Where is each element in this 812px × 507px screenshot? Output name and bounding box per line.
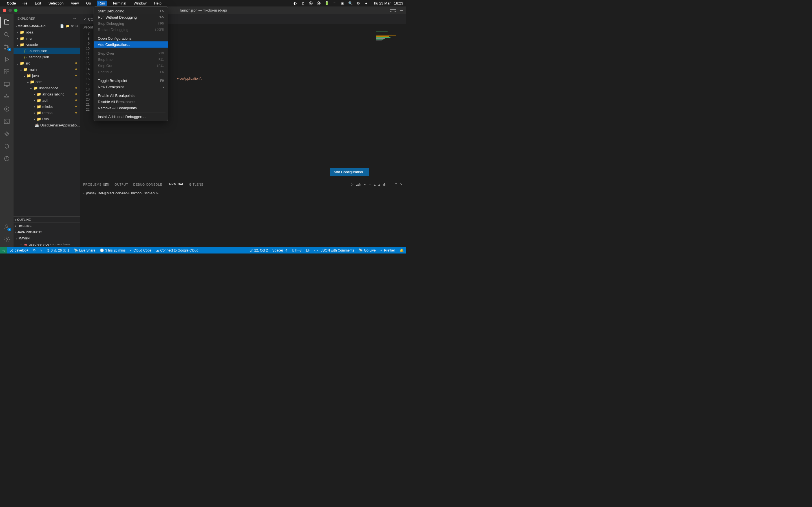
activity-terminal-icon[interactable] (0, 116, 13, 127)
refresh-icon[interactable]: ⟳ (71, 24, 74, 28)
menu-selection[interactable]: Selection (47, 1, 65, 6)
activity-run-debug[interactable] (0, 54, 13, 65)
menu-help[interactable]: Help (152, 1, 163, 6)
menu-go[interactable]: Go (84, 1, 93, 6)
panel-close-icon[interactable]: ✕ (400, 182, 403, 186)
siri-icon[interactable]: ● (364, 1, 368, 6)
window-maximize-button[interactable] (14, 9, 17, 12)
menu-item-open-configurations[interactable]: Open Configurations (94, 35, 168, 41)
panel-tab-terminal[interactable]: TERMINAL (167, 181, 184, 187)
status-sync[interactable]: ⟳ (31, 247, 38, 253)
tree-item-launch-json[interactable]: {}launch.json (13, 48, 80, 54)
menubar-date[interactable]: Thu 23 Mar (372, 1, 391, 5)
tree-item--vscode[interactable]: ⌄📁.vscode (13, 41, 80, 48)
panel-tab-problems[interactable]: PROBLEMS27 (83, 182, 109, 187)
panel-tab-output[interactable]: OUTPUT (114, 182, 128, 187)
new-folder-icon[interactable]: 📁 (66, 24, 70, 28)
activity-item-extra1[interactable] (0, 128, 13, 139)
tree-item-src[interactable]: ⌄📁src (13, 60, 80, 66)
menu-edit[interactable]: Edit (33, 1, 43, 6)
menu-run[interactable]: Run (97, 1, 107, 6)
status-language[interactable]: { } JSON with Comments (312, 247, 356, 253)
remote-indicator[interactable]: ⇋ (0, 247, 7, 253)
menu-item-install-additional-debuggers[interactable]: Install Additional Debuggers... (94, 114, 168, 120)
menu-window[interactable]: Window (132, 1, 148, 6)
section-maven[interactable]: ⌄ MAVEN (13, 235, 80, 241)
status-branch[interactable]: ⎇develop+ (7, 247, 31, 253)
terminal-shell-icon[interactable]: ▷ (351, 182, 353, 186)
window-close-button[interactable] (3, 9, 6, 12)
menubar-time[interactable]: 18:23 (394, 1, 403, 5)
status-connect-gcp[interactable]: ☁Connect to Google Cloud (154, 247, 201, 253)
activity-extensions[interactable] (0, 66, 13, 77)
status-encoding[interactable]: UTF-8 (290, 247, 304, 253)
panel-more-icon[interactable]: ⋯ (389, 182, 392, 186)
new-file-icon[interactable]: 📄 (60, 24, 64, 28)
tray-icon-2[interactable]: ⊘ (301, 1, 305, 6)
control-center-icon[interactable]: ⚙ (356, 1, 361, 6)
activity-search[interactable] (0, 29, 13, 40)
menu-view[interactable]: View (69, 1, 80, 6)
menu-terminal[interactable]: Terminal (111, 1, 128, 6)
panel-tab-gitlens[interactable]: GITLENS (189, 182, 204, 187)
tree-item-remita[interactable]: ›📁remita (13, 110, 80, 116)
menu-item-enable-all-breakpoints[interactable]: Enable All Breakpoints (94, 93, 168, 99)
more-icon[interactable]: ⋯ (400, 8, 403, 12)
activity-power[interactable] (0, 153, 13, 164)
tree-item-mkobo[interactable]: ›📁mkobo (13, 103, 80, 110)
window-minimize-button[interactable] (8, 9, 12, 12)
status-spaces[interactable]: Spaces: 4 (270, 247, 290, 253)
split-terminal-icon[interactable]: ⫍⫎ (374, 183, 380, 186)
battery-icon[interactable]: 🔋 (324, 1, 329, 6)
section-timeline[interactable]: › TIMELINE (13, 223, 80, 229)
section-outline[interactable]: › OUTLINE (13, 216, 80, 223)
maven-item[interactable]: › m ussd-service com:ussd-serv... (13, 241, 80, 247)
activity-remote-explorer[interactable] (0, 78, 13, 90)
tray-icon-4[interactable]: Ⓜ (317, 1, 321, 6)
tree-item-java[interactable]: ⌄📁java (13, 72, 80, 78)
activity-cloud-code[interactable] (0, 103, 13, 115)
menu-item-toggle-breakpoint[interactable]: Toggle BreakpointF9 (94, 77, 168, 83)
terminal-body[interactable]: ○ (base) user@MacBook-Pro-8 mkobo-ussd-a… (80, 189, 406, 247)
project-header[interactable]: ⌄ MKOBO-USSD-API 📄 📁 ⟳ ⊟ (13, 23, 80, 29)
add-configuration-button[interactable]: Add Configuration... (330, 168, 369, 176)
tree-item-ussdserviceapplicatio-[interactable]: ☕UssdServiceApplicatio... (13, 122, 80, 128)
tree-item--mvn[interactable]: ›📁.mvn (13, 35, 80, 41)
activity-item-extra2[interactable] (0, 140, 13, 152)
status-live-share[interactable]: 📡Live Share (71, 247, 98, 253)
terminal-shell-label[interactable]: zsh (356, 183, 361, 186)
tree-item-auth[interactable]: ›📁auth (13, 97, 80, 103)
sidebar-more-icon[interactable]: ⋯ (73, 17, 76, 20)
tray-icon-3[interactable]: Ⓐ (309, 1, 313, 6)
app-name[interactable]: Code (7, 1, 16, 5)
status-wakatime[interactable]: 🕐3 hrs 26 mins (98, 247, 128, 253)
status-eol[interactable]: LF (304, 247, 312, 253)
status-problems[interactable]: ⊘0 ⚠26 ⓘ1 (45, 247, 71, 253)
tree-item-africastalking[interactable]: ›📁africasTalking (13, 91, 80, 97)
menu-file[interactable]: File (20, 1, 29, 6)
tray-icon-1[interactable]: ◐ (293, 1, 297, 6)
status-cursor[interactable]: Ln 22, Col 2 (247, 247, 270, 253)
menu-item-run-without-debugging[interactable]: Run Without Debugging^F5 (94, 14, 168, 20)
status-prettier[interactable]: ✓Prettier (378, 247, 397, 253)
kill-terminal-icon[interactable]: 🗑 (383, 183, 386, 186)
terminal-dropdown-icon[interactable]: ⌄ (368, 182, 371, 186)
activity-scm[interactable]: 5 (0, 41, 13, 53)
tree-item-settings-json[interactable]: {}settings.json (13, 54, 80, 60)
collapse-icon[interactable]: ⊟ (75, 24, 78, 28)
spotlight-icon[interactable]: 🔍 (348, 1, 353, 6)
minimap[interactable] (375, 31, 406, 180)
status-graph-icon[interactable]: ⑂ (38, 247, 45, 253)
panel-tab-debug-console[interactable]: DEBUG CONSOLE (133, 182, 162, 187)
status-go-live[interactable]: 📡Go Live (356, 247, 378, 253)
tree-item--idea[interactable]: ›📁.idea (13, 29, 80, 35)
tree-item-main[interactable]: ⌄📁main (13, 66, 80, 72)
activity-explorer[interactable] (0, 17, 13, 28)
menu-item-add-configuration[interactable]: Add Configuration... (94, 41, 168, 48)
wifi-icon[interactable]: ⌃ (333, 1, 337, 6)
activity-docker[interactable] (0, 91, 13, 102)
menu-item-start-debugging[interactable]: Start DebuggingF5 (94, 8, 168, 14)
layout-toggle-icon[interactable]: ⫍⫎ (390, 8, 396, 12)
status-notifications[interactable]: 🔔 (397, 247, 406, 253)
activity-accounts[interactable]: 1 (0, 221, 13, 233)
